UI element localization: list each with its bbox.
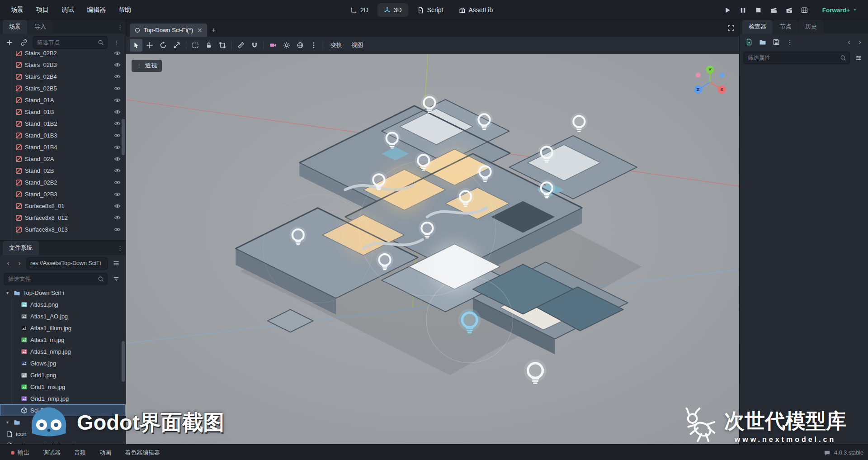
file-row[interactable]: Atlas1.png: [0, 299, 126, 310]
viewport-menu-view[interactable]: 视图: [347, 39, 368, 52]
fs-back-button[interactable]: ‹: [4, 258, 13, 269]
viewport-menu-transform[interactable]: 变换: [326, 39, 347, 52]
file-row[interactable]: Atlas1_m.jpg: [0, 334, 126, 346]
visibility-eye-icon[interactable]: [112, 51, 122, 58]
expand-arrow-icon[interactable]: ▾: [6, 420, 11, 425]
scene-node-row[interactable]: Stand_01B2: [0, 118, 126, 129]
scene-tree-scrollbar[interactable]: [122, 119, 125, 155]
camera-preview-tool[interactable]: [267, 39, 279, 52]
fs-filter-input[interactable]: [7, 275, 95, 283]
scene-tree-menu-icon[interactable]: ⋮: [110, 37, 122, 48]
file-row[interactable]: Grid1_nmp.jpg: [0, 393, 126, 404]
load-resource-button[interactable]: [757, 36, 769, 48]
scene-node-row[interactable]: Stand_02B3: [0, 188, 126, 200]
visibility-eye-icon[interactable]: [112, 189, 122, 199]
inspector-back-button[interactable]: ‹: [844, 37, 854, 47]
scene-node-row[interactable]: Surface8x8_013: [0, 223, 126, 235]
bottom-tab-debugger[interactable]: 调试器: [37, 446, 67, 460]
file-row[interactable]: Glows.jpg: [0, 357, 126, 369]
sun-preview-tool[interactable]: [280, 39, 293, 52]
menu-item-project[interactable]: 项目: [31, 3, 54, 17]
bottom-tab-audio[interactable]: 音频: [68, 446, 92, 460]
file-row-folder[interactable]: ▾: [0, 416, 126, 428]
bottom-tab-shader-editor[interactable]: 着色器编辑器: [118, 446, 166, 460]
file-row[interactable]: Sci-Fi.gltf: [0, 404, 126, 416]
close-icon[interactable]: ✕: [196, 27, 203, 34]
scene-node-row[interactable]: Surface8x8_012: [0, 212, 126, 223]
bottom-tab-output[interactable]: 输出: [5, 446, 36, 460]
file-row[interactable]: unity_asset_database.tres: [0, 440, 126, 444]
workspace-script[interactable]: Script: [411, 3, 450, 17]
perspective-menu[interactable]: ⋮ 透视: [132, 60, 162, 72]
file-row[interactable]: Atlas1_nmp.jpg: [0, 346, 126, 357]
new-resource-button[interactable]: [743, 36, 755, 48]
visibility-eye-icon[interactable]: [112, 83, 122, 93]
box-select-tool[interactable]: [189, 39, 202, 52]
pause-button[interactable]: [736, 3, 750, 17]
file-row[interactable]: Atlas1_AO.jpg: [0, 310, 126, 322]
more-tool[interactable]: [307, 39, 320, 52]
visibility-eye-icon[interactable]: [112, 107, 122, 117]
menu-item-editor[interactable]: 编辑器: [81, 3, 111, 17]
viewport-3d-render[interactable]: Y X Z: [126, 54, 739, 444]
menu-item-help[interactable]: 帮助: [113, 3, 137, 17]
distraction-free-icon[interactable]: [727, 24, 735, 32]
fs-forward-button[interactable]: ›: [15, 258, 24, 269]
scene-node-row[interactable]: Stand_02B: [0, 165, 126, 176]
resource-options-icon[interactable]: ⋮: [784, 36, 796, 48]
scene-tab-topdown-scifi[interactable]: Top-Down Sci-Fi(*) ✕: [130, 24, 207, 37]
visibility-eye-icon[interactable]: [112, 60, 122, 70]
filesystem-menu-icon[interactable]: ⋮: [117, 245, 123, 251]
movie-mode-button[interactable]: [798, 3, 811, 17]
viewport-3d[interactable]: ⋮ 透视: [126, 54, 739, 444]
workspace-2d[interactable]: 2D: [344, 3, 375, 17]
visibility-eye-icon[interactable]: [112, 119, 122, 128]
fs-sort-icon[interactable]: [110, 273, 122, 285]
scale-tool[interactable]: [170, 39, 183, 52]
visibility-eye-icon[interactable]: [112, 95, 122, 105]
fs-path-display[interactable]: res://Assets/Top-Down SciFi: [26, 257, 108, 270]
scene-node-row[interactable]: Stand_01B: [0, 106, 126, 118]
tab-node[interactable]: 节点: [774, 20, 798, 34]
add-node-button[interactable]: [4, 37, 15, 48]
scene-node-row[interactable]: Stairs_02B2: [0, 51, 126, 59]
inspector-filter-input[interactable]: [747, 54, 837, 62]
visibility-eye-icon[interactable]: [112, 71, 122, 81]
new-scene-tab-button[interactable]: +: [207, 26, 221, 37]
file-tree-scrollbar[interactable]: [122, 341, 125, 382]
tab-scene[interactable]: 场景: [3, 20, 27, 34]
lock-tool[interactable]: [203, 39, 215, 52]
file-row-folder[interactable]: ▾Top-Down SciFi: [0, 287, 126, 299]
axis-neg-z-dot[interactable]: [719, 72, 724, 77]
visibility-eye-icon[interactable]: [112, 166, 122, 175]
stop-button[interactable]: [752, 3, 765, 17]
group-tool[interactable]: [216, 39, 229, 52]
menu-item-scene[interactable]: 场景: [5, 3, 29, 17]
fs-display-mode-icon[interactable]: [110, 257, 122, 269]
select-tool[interactable]: [130, 39, 142, 52]
workspace-assetlib[interactable]: AssetLib: [452, 3, 499, 17]
visibility-eye-icon[interactable]: [112, 201, 122, 211]
scene-filter-input[interactable]: [36, 39, 95, 46]
visibility-eye-icon[interactable]: [112, 213, 122, 223]
visibility-eye-icon[interactable]: [112, 224, 122, 234]
file-row[interactable]: Grid1.png: [0, 369, 126, 381]
tab-inspector[interactable]: 检查器: [742, 20, 773, 34]
play-custom-scene-button[interactable]: [783, 3, 796, 17]
inspector-sort-icon[interactable]: [853, 52, 864, 64]
scene-node-row[interactable]: Stairs_02B5: [0, 82, 126, 94]
environment-preview-tool[interactable]: [294, 39, 307, 52]
renderer-select[interactable]: Forward+: [818, 5, 862, 16]
ruler-tool[interactable]: [235, 39, 247, 52]
rotate-tool[interactable]: [157, 39, 170, 52]
tab-history[interactable]: 历史: [799, 20, 823, 34]
axis-neg-x-dot[interactable]: [696, 72, 701, 77]
inspector-forward-button[interactable]: ›: [855, 37, 864, 47]
expand-arrow-icon[interactable]: ▾: [6, 290, 11, 295]
scene-node-row[interactable]: Stand_01B4: [0, 141, 126, 153]
scene-node-row[interactable]: Surface8x8_01: [0, 200, 126, 212]
visibility-eye-icon[interactable]: [112, 130, 122, 140]
file-row[interactable]: icon: [0, 428, 126, 440]
scene-node-row[interactable]: Stairs_02B4: [0, 71, 126, 82]
move-tool[interactable]: [143, 39, 156, 52]
